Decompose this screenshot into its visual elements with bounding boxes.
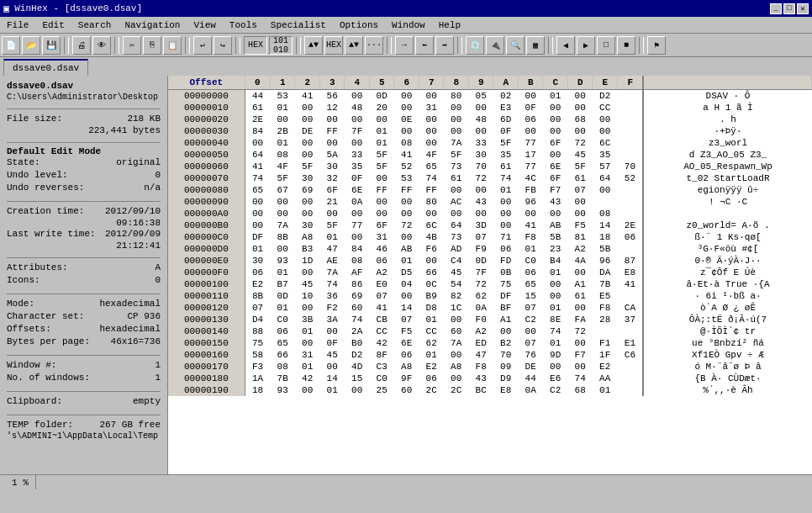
hex-cell[interactable]: D8 bbox=[419, 302, 444, 314]
hex-cell[interactable]: 07 bbox=[245, 302, 270, 314]
hex-cell[interactable]: 74 bbox=[567, 373, 593, 384]
hex-cell[interactable]: 00 bbox=[567, 125, 593, 137]
hex-cell[interactable]: 0A bbox=[468, 302, 493, 314]
hex-cell[interactable]: C3 bbox=[369, 361, 394, 373]
hex-cell[interactable]: E2 bbox=[593, 361, 618, 373]
hex-cell[interactable]: 07 bbox=[518, 337, 543, 349]
hex-cell[interactable]: 00 bbox=[245, 196, 270, 208]
hex-cell[interactable]: 00 bbox=[543, 208, 568, 219]
hex-cell[interactable]: 52 bbox=[394, 161, 419, 172]
hex-cell[interactable]: 08 bbox=[270, 361, 295, 373]
hex-cell[interactable]: 01 bbox=[319, 384, 345, 396]
hex-cell[interactable]: 72 bbox=[567, 325, 593, 337]
hex-cell[interactable]: 00 bbox=[493, 325, 519, 337]
hex-cell[interactable] bbox=[617, 90, 643, 103]
hex-cell[interactable]: 00 bbox=[567, 337, 593, 349]
hex-cell[interactable]: 00 bbox=[543, 125, 568, 137]
hex-cell[interactable]: 62 bbox=[419, 337, 444, 349]
hex-cell[interactable]: 08 bbox=[270, 149, 295, 161]
hex-cell[interactable]: 61 bbox=[444, 172, 469, 184]
hex-cell[interactable] bbox=[617, 125, 643, 137]
hex-cell[interactable]: 01 bbox=[543, 267, 568, 278]
hex-cell[interactable]: 01 bbox=[270, 102, 295, 114]
hex-cell[interactable]: 6F bbox=[543, 137, 568, 149]
hex-cell[interactable]: DF bbox=[493, 290, 519, 302]
hex-cell[interactable]: 01 bbox=[319, 231, 345, 243]
hex-cell[interactable]: 0D bbox=[468, 255, 493, 267]
hex-cell[interactable]: 70 bbox=[617, 161, 643, 172]
hex-cell[interactable]: 00 bbox=[543, 102, 568, 114]
hex-cell[interactable]: 41 bbox=[518, 219, 543, 231]
marks-button[interactable]: ▲▼ bbox=[304, 36, 323, 55]
tab-dssave[interactable]: dssave0.dsav bbox=[3, 59, 88, 76]
hex-cell[interactable]: A8 bbox=[394, 361, 419, 373]
hex-cell[interactable]: 44 bbox=[245, 90, 270, 103]
hex-cell[interactable]: 30 bbox=[468, 149, 493, 161]
hex-cell[interactable]: 68 bbox=[567, 384, 593, 396]
hex-cell[interactable]: 77 bbox=[518, 161, 543, 172]
hex-cell[interactable]: 1C bbox=[444, 302, 469, 314]
hex-cell[interactable]: 0D bbox=[369, 90, 394, 103]
hex-cell[interactable]: 0F bbox=[345, 172, 370, 184]
hex-cell[interactable]: 00 bbox=[345, 208, 370, 219]
hex-cell[interactable]: 58 bbox=[245, 349, 270, 361]
hex-cell[interactable]: 8F bbox=[369, 349, 394, 361]
hex-cell[interactable]: 00 bbox=[295, 337, 320, 349]
arrow-fwd-button[interactable]: ➡ bbox=[435, 36, 454, 55]
hex-cell[interactable]: 37 bbox=[617, 314, 643, 325]
hex-cell[interactable]: F0 bbox=[468, 314, 493, 325]
hex-cell[interactable]: 0A bbox=[518, 384, 543, 396]
hex-cell[interactable]: 00 bbox=[369, 196, 394, 208]
hex-cell[interactable]: 07 bbox=[369, 290, 394, 302]
hex-cell[interactable]: 60 bbox=[394, 384, 419, 396]
hex-cell[interactable]: B0 bbox=[345, 337, 370, 349]
grid-button[interactable]: ▦ bbox=[526, 36, 545, 55]
hex-cell[interactable]: 9F bbox=[394, 373, 419, 384]
hex-cell[interactable]: 75 bbox=[245, 337, 270, 349]
hex-cell[interactable]: 00 bbox=[567, 208, 593, 219]
table-row[interactable]: 00000190189300010025602C2CBCE80AC26801 %… bbox=[168, 384, 812, 396]
hex-area[interactable]: Offset 0 1 2 3 4 5 6 7 8 9 A B C D E F bbox=[168, 76, 812, 474]
hex-cell[interactable]: 00 bbox=[493, 196, 519, 208]
hex-cell[interactable]: 33 bbox=[345, 149, 370, 161]
hex-cell[interactable]: 36 bbox=[319, 290, 345, 302]
menu-navigation[interactable]: Navigation bbox=[118, 17, 187, 33]
hex-cell[interactable]: 8B bbox=[245, 290, 270, 302]
hex-cell[interactable]: 00 bbox=[419, 208, 444, 219]
hex-cell[interactable] bbox=[617, 102, 643, 114]
hex-cell[interactable]: 08 bbox=[394, 137, 419, 149]
hex-cell[interactable]: 00 bbox=[543, 290, 568, 302]
hex-cell[interactable]: A8 bbox=[444, 361, 469, 373]
hex-cell[interactable]: 5B bbox=[593, 243, 618, 255]
hex-cell[interactable]: AB bbox=[394, 243, 419, 255]
hex-cell[interactable]: 6F bbox=[369, 219, 394, 231]
hex-cell[interactable]: 15 bbox=[345, 373, 370, 384]
hex-cell[interactable]: 00 bbox=[543, 149, 568, 161]
menu-specialist[interactable]: Specialist bbox=[264, 17, 333, 33]
hex-cell[interactable]: 0B bbox=[493, 267, 519, 278]
hex-cell[interactable]: 30 bbox=[245, 255, 270, 267]
hex-cell[interactable]: E5 bbox=[593, 290, 618, 302]
hex-cell[interactable]: F5 bbox=[394, 325, 419, 337]
hex-cell[interactable]: 1D bbox=[295, 255, 320, 267]
hex-cell[interactable]: 41 bbox=[245, 161, 270, 172]
hex-cell[interactable]: 8E bbox=[543, 314, 568, 325]
hex-cell[interactable]: 15 bbox=[518, 290, 543, 302]
hex-cell[interactable]: 7F bbox=[468, 267, 493, 278]
hex-cell[interactable]: AF bbox=[345, 267, 370, 278]
hex-cell[interactable]: 41 bbox=[617, 278, 643, 290]
hex-cell[interactable]: ED bbox=[468, 337, 493, 349]
open-button[interactable]: 📂 bbox=[22, 36, 40, 55]
hex-cell[interactable]: 74 bbox=[543, 325, 568, 337]
hex-cell[interactable]: C2 bbox=[543, 384, 568, 396]
hex-cell[interactable]: 00 bbox=[543, 114, 568, 125]
hex-cell[interactable]: 4C bbox=[518, 172, 543, 184]
hex-cell[interactable]: 28 bbox=[593, 314, 618, 325]
table-row[interactable]: 0000001061010012482000310000E30F0000CCa … bbox=[168, 102, 812, 114]
hex-cell[interactable]: D2 bbox=[345, 349, 370, 361]
hex-cell[interactable]: 64 bbox=[593, 172, 618, 184]
hex-cell[interactable]: 48 bbox=[468, 114, 493, 125]
menu-edit[interactable]: Edit bbox=[35, 17, 71, 33]
hex-cell[interactable]: 69 bbox=[295, 184, 320, 196]
left-arrow-button[interactable]: ◀ bbox=[556, 36, 575, 55]
